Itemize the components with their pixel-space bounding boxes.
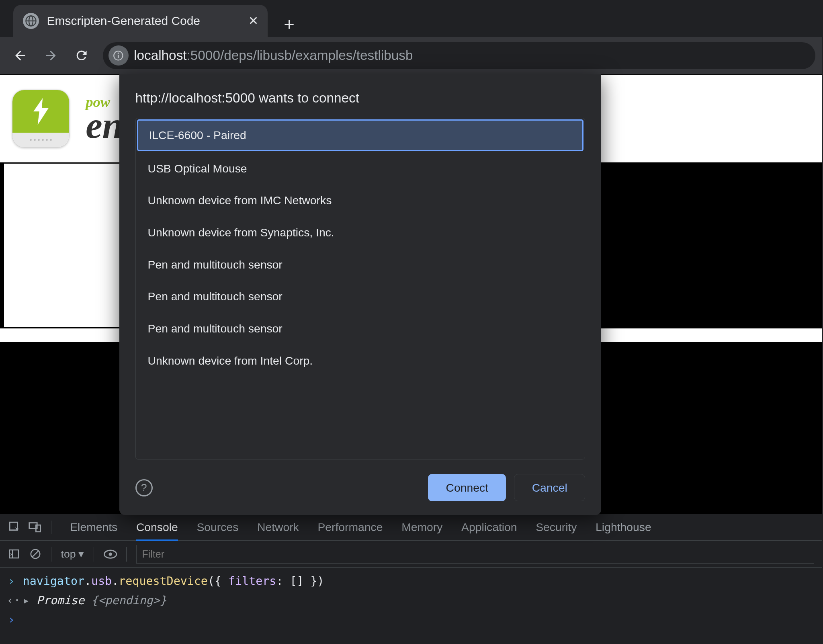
device-item[interactable]: Pen and multitouch sensor (136, 281, 585, 313)
device-list: ILCE-6600 - Paired USB Optical Mouse Unk… (135, 118, 586, 459)
back-button[interactable] (7, 42, 34, 69)
device-item[interactable]: Pen and multitouch sensor (136, 313, 585, 345)
devtools-tab-performance[interactable]: Performance (317, 521, 383, 534)
console-output-text: ▸ Promise {<pending>} (23, 591, 167, 610)
browser-tab[interactable]: Emscripten-Generated Code ✕ (13, 5, 268, 37)
devtools-tab-lighthouse[interactable]: Lighthouse (596, 521, 651, 534)
devtools-tab-network[interactable]: Network (257, 521, 299, 534)
context-label: top (61, 548, 76, 560)
devtools-tab-memory[interactable]: Memory (401, 521, 442, 534)
device-item[interactable]: Pen and multitouch sensor (136, 248, 585, 281)
console-prompt-line[interactable]: › (7, 610, 816, 630)
clear-console-icon[interactable] (29, 548, 41, 560)
new-tab-button[interactable]: ＋ (276, 10, 303, 37)
console-sidebar-toggle-icon[interactable] (8, 548, 20, 560)
device-item[interactable]: ILCE-6600 - Paired (137, 119, 583, 151)
svg-point-15 (109, 552, 112, 556)
devtools-tabstrip: Elements Console Sources Network Perform… (0, 514, 822, 541)
device-item[interactable]: Unknown device from Synaptics, Inc. (136, 217, 585, 249)
close-icon[interactable]: ✕ (248, 14, 258, 28)
context-selector[interactable]: top ▾ (61, 548, 84, 560)
globe-icon (23, 13, 39, 29)
url-rest: :5000/deps/libusb/examples/testlibusb (187, 48, 413, 63)
svg-line-13 (33, 551, 39, 557)
prompt-icon: › (7, 572, 16, 591)
svg-point-5 (118, 52, 119, 53)
console-input-line: › navigator.usb.requestDevice({ filters:… (7, 572, 816, 591)
logo-title: en (86, 109, 123, 142)
device-item[interactable]: Unknown device from IMC Networks (136, 185, 585, 217)
tab-title: Emscripten-Generated Code (47, 14, 241, 28)
address-bar[interactable]: localhost:5000/deps/libusb/examples/test… (103, 42, 815, 69)
live-expression-icon[interactable] (104, 550, 117, 559)
device-item[interactable]: Unknown device from Intel Corp. (136, 345, 585, 377)
connect-button[interactable]: Connect (428, 474, 506, 501)
console-output-line: ‹· ▸ Promise {<pending>} (7, 591, 816, 610)
filter-input[interactable] (136, 545, 814, 564)
toolbar: localhost:5000/deps/libusb/examples/test… (0, 37, 822, 74)
devtools-tab-sources[interactable]: Sources (197, 521, 238, 534)
device-item[interactable]: USB Optical Mouse (136, 153, 585, 185)
tabstrip: Emscripten-Generated Code ✕ ＋ (0, 0, 822, 37)
forward-button[interactable] (37, 42, 64, 69)
url-text: localhost:5000/deps/libusb/examples/test… (134, 48, 413, 63)
dialog-title: http://localhost:5000 wants to connect (135, 90, 586, 106)
devtools-console-toolbar: top ▾ (0, 541, 822, 568)
reload-button[interactable] (68, 42, 95, 69)
inspect-icon[interactable] (8, 521, 21, 534)
devtools-tab-console[interactable]: Console (136, 521, 178, 540)
return-icon: ‹· (7, 591, 16, 610)
page-panel-left (3, 162, 122, 328)
devtools-console-body[interactable]: › navigator.usb.requestDevice({ filters:… (0, 568, 822, 644)
svg-marker-6 (33, 98, 48, 125)
chevron-down-icon: ▾ (78, 548, 84, 560)
devtools: Elements Console Sources Network Perform… (0, 514, 822, 644)
site-info-icon[interactable] (109, 45, 129, 66)
devtools-tab-elements[interactable]: Elements (70, 521, 117, 534)
help-icon[interactable]: ? (135, 479, 153, 496)
url-host: localhost (134, 48, 186, 63)
cancel-button[interactable]: Cancel (514, 474, 585, 501)
devtools-tab-security[interactable]: Security (536, 521, 577, 534)
devtools-tab-application[interactable]: Application (461, 521, 517, 534)
console-input-text: navigator.usb.requestDevice({ filters: [… (23, 572, 324, 591)
prompt-icon: › (7, 610, 16, 630)
emscripten-logo-text: pow en (86, 95, 123, 142)
usb-permission-dialog: http://localhost:5000 wants to connect I… (119, 74, 602, 515)
device-toggle-icon[interactable] (28, 521, 41, 534)
emscripten-icon (12, 90, 70, 147)
